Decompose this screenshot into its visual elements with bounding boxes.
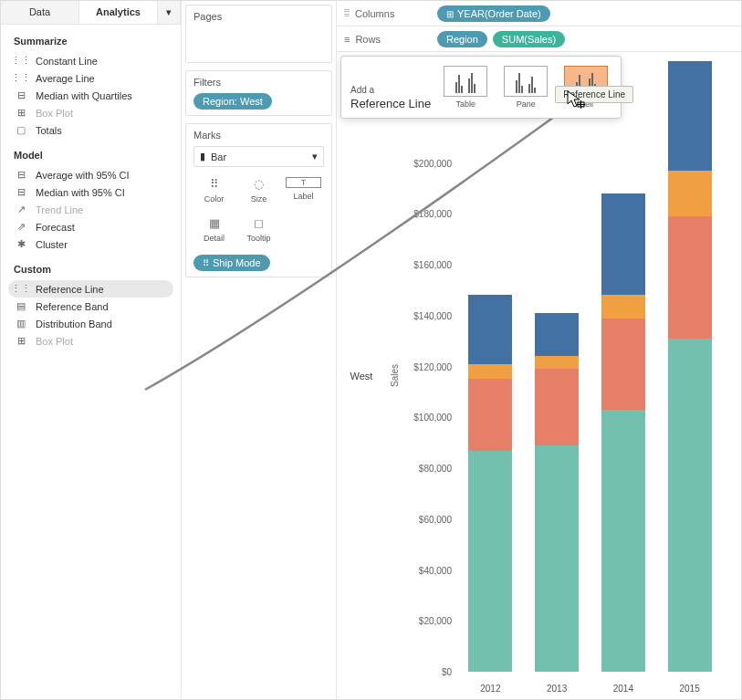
analytics-item-forecast[interactable]: ⇗Forecast — [1, 218, 181, 235]
bar-2012[interactable] — [468, 61, 512, 672]
y-tick: $80,000 — [419, 464, 452, 474]
analytics-item-icon: ▤ — [14, 300, 28, 312]
analytics-item-icon: ▥ — [14, 318, 28, 329]
row-pill-sales[interactable]: SUM(Sales) — [493, 31, 565, 47]
color-icon: ⠿ — [196, 177, 232, 191]
analytics-item-icon: ⊞ — [14, 107, 28, 119]
row-pill-region[interactable]: Region — [437, 31, 487, 47]
seg-second-class[interactable] — [468, 295, 512, 363]
x-tick: 2012 — [480, 684, 500, 694]
analytics-item-icon: ⊟ — [14, 169, 28, 181]
dz-title: Reference Line — [350, 97, 431, 110]
marks-title: Marks — [193, 130, 324, 146]
y-tick: $160,000 — [413, 260, 452, 270]
mark-type-select[interactable]: ▮Bar ▾ — [193, 146, 324, 167]
dz-prefix: Add a — [350, 85, 374, 95]
sidebar-tabs: Data Analytics ▾ — [1, 1, 181, 25]
filter-pill-region[interactable]: Region: West — [193, 93, 272, 110]
analytics-item-reference-line[interactable]: ⋮⋮Reference Line — [8, 280, 173, 298]
seg-first-class[interactable] — [668, 339, 712, 672]
seg-first-class[interactable] — [468, 451, 512, 673]
seg-same-day[interactable] — [668, 216, 712, 339]
bar-2013[interactable] — [535, 61, 579, 672]
size-icon: ◌ — [241, 177, 277, 191]
worksheet-view: ⦙⦙⦙Columns ⊞YEAR(Order Date) ≡Rows Regio… — [337, 1, 741, 699]
cards-column: Pages Filters Region: West Marks ▮Bar ▾ … — [182, 1, 337, 699]
bar-2015[interactable] — [668, 61, 712, 672]
analytics-item-icon: ⊞ — [14, 335, 28, 347]
tab-analytics[interactable]: Analytics — [79, 1, 158, 24]
seg-second-class[interactable] — [668, 61, 712, 171]
y-tick: $120,000 — [413, 361, 452, 371]
filters-title: Filters — [193, 77, 324, 93]
analytics-item-icon: ↗ — [14, 204, 28, 215]
section-custom: Custom — [1, 253, 181, 280]
pages-title: Pages — [193, 11, 324, 27]
analytics-item-average-with-95-ci[interactable]: ⊟Average with 95% CI — [1, 166, 181, 183]
x-axis: 2012201320142015 — [457, 684, 723, 694]
analytics-item-trend-line: ↗Trend Line — [1, 201, 181, 218]
seg-second-class[interactable] — [535, 313, 579, 356]
detail-icon: ▦ — [196, 216, 232, 230]
y-axis: $240,000$220,000$200,000$180,000$160,000… — [402, 61, 457, 672]
table-scope-icon — [444, 66, 487, 97]
color-legend-icon: ⠿ — [203, 258, 209, 268]
y-tick: $60,000 — [419, 514, 452, 524]
tab-data[interactable]: Data — [1, 1, 79, 24]
analytics-item-distribution-band[interactable]: ▥Distribution Band — [1, 315, 181, 332]
col-pill-year[interactable]: ⊞YEAR(Order Date) — [437, 5, 550, 22]
analytics-sidebar: Data Analytics ▾ Summarize ⋮⋮Constant Li… — [1, 1, 182, 699]
mark-label-button[interactable]: TLabel — [283, 172, 324, 208]
bar-icon: ▮ — [200, 151, 205, 162]
seg-standard-class[interactable] — [535, 356, 579, 369]
y-tick: $20,000 — [419, 616, 452, 626]
chevron-down-icon: ▾ — [312, 151, 318, 162]
analytics-item-average-line[interactable]: ⋮⋮Average Line — [1, 69, 181, 87]
mark-detail-button[interactable]: ▦Detail — [193, 212, 235, 247]
columns-shelf[interactable]: ⦙⦙⦙Columns ⊞YEAR(Order Date) — [337, 1, 741, 26]
bar-2014[interactable] — [601, 61, 645, 672]
analytics-item-icon: ▢ — [14, 124, 28, 136]
y-tick: $100,000 — [413, 413, 452, 423]
analytics-item-median-with-95-ci[interactable]: ⊟Median with 95% CI — [1, 183, 181, 201]
seg-standard-class[interactable] — [668, 171, 712, 216]
pages-card: Pages — [185, 5, 332, 63]
section-model: Model — [1, 139, 181, 166]
analytics-item-icon: ✱ — [14, 238, 28, 250]
analytics-item-box-plot: ⊞Box Plot — [1, 104, 181, 121]
rows-shelf[interactable]: ≡Rows Region SUM(Sales) — [337, 26, 741, 52]
marks-card: Marks ▮Bar ▾ ⠿Color ◌Size TLabel ▦Detail… — [185, 123, 332, 277]
analytics-item-reference-band[interactable]: ▤Reference Band — [1, 298, 181, 315]
mark-pill-shipmode[interactable]: ⠿Ship Mode — [193, 255, 270, 271]
filters-card: Filters Region: West — [185, 70, 332, 116]
seg-standard-class[interactable] — [601, 295, 645, 318]
seg-second-class[interactable] — [601, 193, 645, 296]
bar-stacks — [457, 61, 723, 672]
seg-same-day[interactable] — [535, 369, 579, 445]
analytics-item-constant-line[interactable]: ⋮⋮Constant Line — [1, 52, 181, 69]
seg-same-day[interactable] — [601, 319, 645, 410]
chart-area[interactable]: Add a Reference Line Table Pane — [337, 52, 741, 699]
dz-opt-pane[interactable]: Pane — [500, 64, 551, 110]
y-tick: $180,000 — [413, 209, 452, 219]
drag-tooltip: Reference Line — [555, 86, 633, 103]
mark-size-button[interactable]: ◌Size — [238, 172, 279, 208]
y-axis-label: Sales — [390, 364, 400, 387]
sidebar-menu-toggle[interactable]: ▾ — [158, 1, 181, 24]
seg-first-class[interactable] — [601, 410, 645, 672]
analytics-item-median-with-quartiles[interactable]: ⊟Median with Quartiles — [1, 87, 181, 104]
seg-same-day[interactable] — [468, 379, 512, 450]
seg-first-class[interactable] — [535, 445, 579, 672]
analytics-item-totals[interactable]: ▢Totals — [1, 121, 181, 139]
dz-opt-table[interactable]: Table — [440, 64, 491, 110]
mark-color-button[interactable]: ⠿Color — [193, 172, 235, 208]
analytics-item-icon: ⋮⋮ — [14, 55, 28, 67]
analytics-item-cluster[interactable]: ✱Cluster — [1, 235, 181, 253]
analytics-item-box-plot: ⊞Box Plot — [1, 332, 181, 350]
analytics-item-icon: ⊟ — [14, 186, 28, 198]
mark-tooltip-button[interactable]: ◻Tooltip — [238, 212, 279, 247]
y-tick: $200,000 — [413, 158, 452, 168]
seg-standard-class[interactable] — [468, 364, 512, 380]
analytics-item-icon: ⊟ — [14, 89, 28, 101]
x-tick: 2015 — [680, 684, 700, 694]
